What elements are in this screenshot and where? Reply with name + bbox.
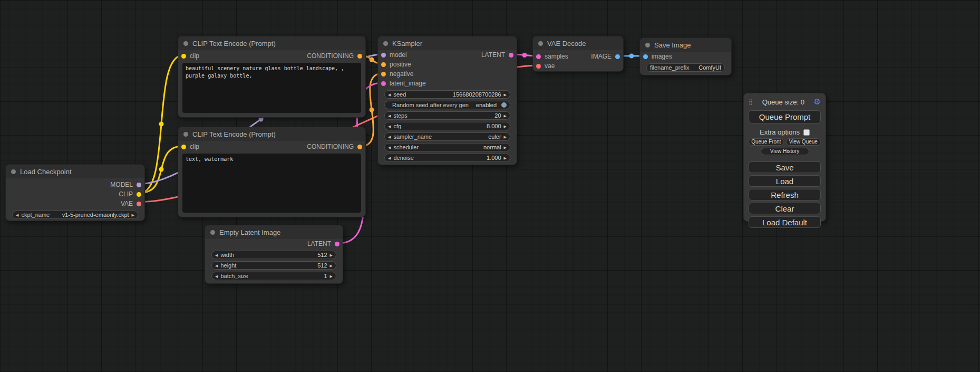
output-port-clip[interactable]: [137, 192, 141, 197]
decrement-arrow-icon[interactable]: ◀: [388, 146, 391, 149]
collapse-dot-icon[interactable]: [538, 41, 543, 46]
decrement-arrow-icon[interactable]: ◀: [215, 264, 218, 268]
widget-value: 1: [324, 273, 327, 279]
random-seed-widget[interactable]: Random seed after every gen enabled: [384, 101, 510, 109]
extra-options-checkbox[interactable]: [803, 129, 810, 136]
node-load-checkpoint[interactable]: Load Checkpoint MODEL CLIP VAE ◀ ckpt_na…: [5, 164, 145, 221]
output-port-latent[interactable]: [509, 53, 513, 58]
steps-widget[interactable]: ◀ steps 20 ▶: [384, 111, 510, 120]
input-port-vae[interactable]: [536, 64, 541, 69]
node-ksampler[interactable]: KSampler model LATENT positive negative …: [377, 36, 517, 165]
node-clip-text-encode-positive[interactable]: CLIP Text Encode (Prompt) clip CONDITION…: [178, 36, 366, 118]
input-port-positive[interactable]: [381, 62, 386, 67]
view-queue-button[interactable]: View Queue: [786, 138, 821, 146]
increment-arrow-icon[interactable]: ▶: [504, 93, 507, 97]
decrement-arrow-icon[interactable]: ◀: [16, 213, 18, 217]
decrement-arrow-icon[interactable]: ◀: [215, 274, 218, 278]
collapse-dot-icon[interactable]: [183, 132, 188, 137]
clear-button[interactable]: Clear: [749, 203, 821, 214]
width-widget[interactable]: ◀ width 512 ▶: [211, 251, 336, 259]
collapse-dot-icon[interactable]: [11, 169, 16, 174]
refresh-button[interactable]: Refresh: [749, 189, 821, 201]
queue-prompt-button[interactable]: Queue Prompt: [749, 110, 821, 123]
output-port-conditioning[interactable]: [357, 54, 362, 59]
output-port-conditioning[interactable]: [357, 145, 362, 149]
input-port-images[interactable]: [643, 54, 648, 59]
output-label-latent: LATENT: [307, 240, 331, 247]
node-clip-text-encode-negative[interactable]: CLIP Text Encode (Prompt) clip CONDITION…: [178, 127, 366, 217]
drag-handle-icon[interactable]: ⣿: [749, 99, 753, 106]
output-port-image[interactable]: [615, 54, 620, 59]
widget-value: euler: [488, 133, 501, 140]
widget-label: batch_size: [220, 273, 248, 279]
increment-arrow-icon[interactable]: ▶: [504, 156, 507, 160]
view-history-button[interactable]: View History: [761, 148, 809, 155]
batch-size-widget[interactable]: ◀ batch_size 1 ▶: [211, 272, 336, 280]
increment-arrow-icon[interactable]: ▶: [330, 274, 333, 278]
scheduler-widget[interactable]: ◀ scheduler normal ▶: [384, 143, 510, 151]
node-title-bar[interactable]: VAE Decode: [533, 36, 623, 50]
input-port-latent-image[interactable]: [381, 81, 386, 86]
height-widget[interactable]: ◀ height 512 ▶: [211, 261, 336, 270]
node-title-bar[interactable]: Empty Latent Image: [205, 225, 343, 239]
sampler-name-widget[interactable]: ◀ sampler_name euler ▶: [384, 132, 510, 141]
increment-arrow-icon[interactable]: ▶: [504, 135, 507, 139]
increment-arrow-icon[interactable]: ▶: [504, 146, 507, 149]
output-label-image: IMAGE: [591, 53, 612, 60]
settings-gear-icon[interactable]: ⚙: [814, 97, 821, 107]
output-port-latent[interactable]: [335, 242, 339, 246]
node-empty-latent-image[interactable]: Empty Latent Image LATENT ◀ width 512 ▶ …: [205, 225, 343, 284]
input-port-negative[interactable]: [381, 72, 386, 77]
input-port-clip[interactable]: [181, 145, 186, 149]
negative-prompt-textarea[interactable]: text, watermark: [182, 154, 361, 213]
random-seed-toggle[interactable]: [501, 102, 507, 108]
collapse-dot-icon[interactable]: [383, 41, 388, 46]
increment-arrow-icon[interactable]: ▶: [330, 264, 333, 268]
node-title: CLIP Text Encode (Prompt): [192, 40, 276, 47]
node-title-bar[interactable]: CLIP Text Encode (Prompt): [178, 36, 365, 50]
cfg-widget[interactable]: ◀ cfg 8.000 ▶: [384, 122, 510, 130]
wire-midpoint-dot: [159, 167, 164, 172]
increment-arrow-icon[interactable]: ▶: [504, 114, 507, 118]
input-label-model: model: [390, 51, 407, 59]
node-title-bar[interactable]: Save Image: [640, 38, 731, 52]
increment-arrow-icon[interactable]: ▶: [330, 253, 333, 257]
node-title-bar[interactable]: KSampler: [378, 36, 517, 50]
widget-label: width: [220, 252, 234, 258]
collapse-dot-icon[interactable]: [183, 41, 188, 46]
input-port-samples[interactable]: [536, 54, 541, 59]
filename-prefix-widget[interactable]: filename_prefix ComfyUI: [646, 63, 725, 72]
output-port-model[interactable]: [137, 183, 141, 187]
decrement-arrow-icon[interactable]: ◀: [388, 125, 391, 128]
node-title-bar[interactable]: CLIP Text Encode (Prompt): [178, 127, 365, 141]
positive-prompt-textarea[interactable]: beautiful scenery nature glass bottle la…: [182, 63, 361, 113]
load-default-button[interactable]: Load Default: [749, 216, 821, 228]
decrement-arrow-icon[interactable]: ◀: [388, 114, 391, 118]
queue-front-button[interactable]: Queue Front: [749, 138, 784, 146]
decrement-arrow-icon[interactable]: ◀: [388, 156, 391, 160]
decrement-arrow-icon[interactable]: ◀: [215, 253, 218, 257]
increment-arrow-icon[interactable]: ▶: [504, 125, 507, 128]
collapse-dot-icon[interactable]: [645, 43, 650, 47]
collapse-dot-icon[interactable]: [210, 230, 215, 235]
node-save-image[interactable]: Save Image images filename_prefix ComfyU…: [639, 37, 732, 75]
seed-widget[interactable]: ◀ seed 156680208700286 ▶: [384, 90, 510, 99]
node-title-bar[interactable]: Load Checkpoint: [6, 165, 144, 178]
load-button[interactable]: Load: [749, 175, 821, 187]
input-port-model[interactable]: [381, 53, 386, 58]
output-port-vae[interactable]: [137, 202, 141, 206]
extra-options-label: Extra options: [760, 128, 800, 136]
increment-arrow-icon[interactable]: ▶: [132, 213, 134, 217]
save-button[interactable]: Save: [749, 161, 821, 173]
denoise-widget[interactable]: ◀ denoise 1.000 ▶: [384, 154, 510, 162]
input-port-clip[interactable]: [181, 54, 186, 59]
widget-value: v1-5-pruned-emaonly.ckpt: [62, 212, 129, 218]
extra-options-row: Extra options: [749, 128, 821, 136]
ckpt-name-widget[interactable]: ◀ ckpt_name v1-5-pruned-emaonly.ckpt ▶: [12, 211, 138, 219]
decrement-arrow-icon[interactable]: ◀: [388, 135, 391, 139]
widget-value: ComfyUI: [698, 64, 721, 71]
widget-value: normal: [483, 144, 501, 150]
widget-value: 20: [494, 112, 501, 119]
node-vae-decode[interactable]: VAE Decode samples IMAGE vae: [532, 36, 624, 72]
decrement-arrow-icon[interactable]: ◀: [388, 93, 391, 97]
